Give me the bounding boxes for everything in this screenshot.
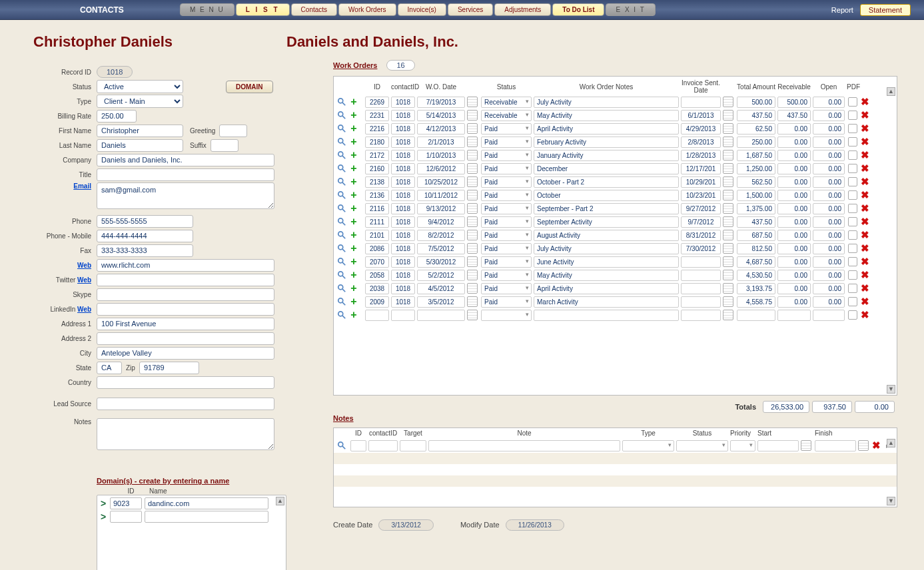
calendar-icon[interactable] <box>467 243 478 254</box>
wo-notes-cell[interactable]: January Activity <box>534 150 679 161</box>
title-input[interactable] <box>97 168 274 181</box>
address2-input[interactable] <box>97 332 274 345</box>
wo-amount-cell[interactable]: 1,375.00 <box>737 203 775 214</box>
wo-open-cell[interactable]: 0.00 <box>813 97 845 108</box>
wo-id-cell[interactable]: 2111 <box>365 216 389 228</box>
delete-icon[interactable]: ✖ <box>861 269 869 280</box>
wo-cid-cell[interactable]: 1018 <box>391 176 415 188</box>
wo-id-cell[interactable]: 2101 <box>365 230 389 241</box>
wo-status-select[interactable]: Paid <box>481 243 532 254</box>
wo-amount-cell[interactable]: 250.00 <box>737 137 775 148</box>
delete-icon[interactable]: ✖ <box>872 439 881 451</box>
wo-invoice-date-cell[interactable]: 9/7/2012 <box>681 216 721 228</box>
wo-id-cell[interactable]: 2058 <box>365 270 389 281</box>
note-cid-input[interactable] <box>368 440 398 451</box>
domain-name-input[interactable] <box>145 497 268 509</box>
nt-scroll-up-icon[interactable]: ▲ <box>887 439 895 447</box>
wo-open-cell[interactable]: 0.00 <box>813 230 845 241</box>
wo-notes-cell[interactable]: July Activity <box>534 243 679 254</box>
wo-notes-cell[interactable]: September - Part 2 <box>534 203 679 214</box>
wo-date-cell[interactable]: 5/14/2013 <box>417 110 465 121</box>
delete-icon[interactable]: ✖ <box>861 229 869 240</box>
phone-mobile-input[interactable] <box>97 230 193 242</box>
pdf-checkbox[interactable] <box>848 257 857 266</box>
wo-open-cell[interactable]: 0.00 <box>813 123 845 135</box>
magnifier-icon[interactable] <box>336 216 347 227</box>
lead-source-input[interactable] <box>97 398 274 410</box>
calendar-icon[interactable] <box>467 176 478 187</box>
magnifier-icon[interactable] <box>336 310 347 320</box>
calendar-icon[interactable] <box>467 230 478 240</box>
wo-receivable-cell[interactable] <box>777 310 811 321</box>
wo-invoice-date-cell[interactable]: 10/29/201 <box>681 176 721 188</box>
domain-id-input[interactable] <box>110 497 142 509</box>
calendar-icon[interactable] <box>467 256 478 267</box>
delete-icon[interactable]: ✖ <box>861 216 869 227</box>
chevron-right-icon[interactable]: > <box>99 511 107 522</box>
delete-icon[interactable]: ✖ <box>861 109 869 121</box>
calendar-icon[interactable] <box>467 97 478 107</box>
plus-icon[interactable]: + <box>348 243 359 254</box>
calendar-icon[interactable] <box>723 190 733 200</box>
wo-id-cell[interactable]: 2086 <box>365 243 389 254</box>
wo-date-cell[interactable]: 5/30/2012 <box>417 256 465 268</box>
exit-button[interactable]: E X I T <box>606 3 655 16</box>
delete-icon[interactable]: ✖ <box>861 149 869 160</box>
wo-date-cell[interactable]: 7/19/2013 <box>417 97 465 108</box>
skype-input[interactable] <box>97 288 274 301</box>
wo-invoice-date-cell[interactable] <box>681 296 721 308</box>
wo-notes-cell[interactable]: March Activity <box>534 296 679 308</box>
twitter-input[interactable] <box>97 274 274 286</box>
zip-input[interactable] <box>139 362 199 374</box>
wo-id-cell[interactable]: 2172 <box>365 150 389 161</box>
magnifier-icon[interactable] <box>336 440 347 451</box>
wo-cid-cell[interactable]: 1018 <box>391 97 415 108</box>
plus-icon[interactable]: + <box>348 310 359 320</box>
wo-amount-cell[interactable]: 437.50 <box>737 216 775 228</box>
pdf-checkbox[interactable] <box>848 284 857 293</box>
magnifier-icon[interactable] <box>336 243 347 254</box>
magnifier-icon[interactable] <box>336 110 347 121</box>
magnifier-icon[interactable] <box>336 163 347 174</box>
delete-icon[interactable]: ✖ <box>861 296 869 307</box>
wo-invoice-date-cell[interactable] <box>681 310 721 321</box>
wo-open-cell[interactable]: 0.00 <box>813 110 845 121</box>
email-link[interactable]: Email <box>73 182 91 190</box>
report-link[interactable]: Report <box>831 6 853 14</box>
delete-icon[interactable]: ✖ <box>861 202 869 214</box>
wo-status-select[interactable]: Receivable <box>481 97 532 108</box>
wo-invoice-date-cell[interactable]: 7/30/2012 <box>681 243 721 254</box>
wo-id-cell[interactable]: 2136 <box>365 190 389 201</box>
wo-status-select[interactable]: Paid <box>481 150 532 161</box>
magnifier-icon[interactable] <box>336 230 347 240</box>
wo-invoice-date-cell[interactable] <box>681 283 721 294</box>
wo-receivable-cell[interactable]: 0.00 <box>777 243 811 254</box>
pdf-checkbox[interactable] <box>848 204 857 213</box>
calendar-icon[interactable] <box>467 150 478 160</box>
plus-icon[interactable]: + <box>348 203 359 214</box>
calendar-icon[interactable] <box>723 230 733 240</box>
delete-icon[interactable]: ✖ <box>861 176 869 187</box>
calendar-icon[interactable] <box>723 310 733 320</box>
note-text-input[interactable] <box>428 440 620 451</box>
wo-open-cell[interactable]: 0.00 <box>813 176 845 188</box>
calendar-icon[interactable] <box>723 150 733 160</box>
calendar-icon[interactable] <box>723 216 733 227</box>
wo-notes-cell[interactable] <box>534 310 679 321</box>
wo-open-cell[interactable]: 0.00 <box>813 256 845 268</box>
wo-amount-cell[interactable]: 62.50 <box>737 123 775 135</box>
calendar-icon[interactable] <box>467 203 478 214</box>
wo-invoice-date-cell[interactable]: 8/31/2012 <box>681 230 721 241</box>
wo-id-cell[interactable]: 2180 <box>365 137 389 148</box>
wo-status-select[interactable]: Receivable <box>481 110 532 121</box>
wo-cid-cell[interactable] <box>391 310 415 321</box>
wo-id-cell[interactable]: 2231 <box>365 110 389 121</box>
calendar-icon[interactable] <box>467 163 478 174</box>
magnifier-icon[interactable] <box>336 150 347 160</box>
wo-open-cell[interactable]: 0.00 <box>813 150 845 161</box>
wo-status-select[interactable]: Paid <box>481 176 532 188</box>
wo-id-cell[interactable]: 2116 <box>365 203 389 214</box>
country-input[interactable] <box>97 376 274 389</box>
company-input[interactable] <box>97 154 274 166</box>
wo-notes-cell[interactable]: May Activity <box>534 110 679 121</box>
